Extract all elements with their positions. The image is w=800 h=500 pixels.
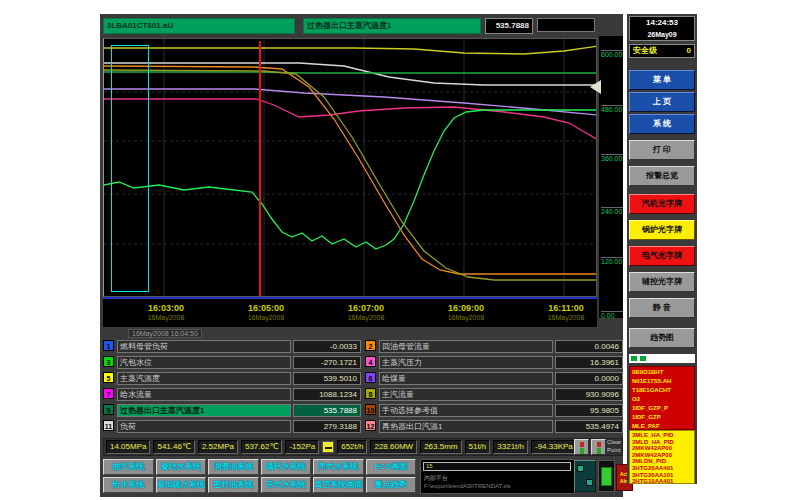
nav-row-1: 抽汽系统凝结水系统润滑油系统循环水系统闭式水系统ECS画面 — [103, 459, 418, 475]
sidebar-button-菜单[interactable]: 菜 单 — [629, 70, 695, 90]
trace-label: 过热器出口主蒸汽温度1 — [117, 404, 291, 417]
trace-row-12[interactable]: 12再热器出口汽温1535.4974 — [365, 420, 625, 433]
alarm-tag[interactable]: 0B9O1BHT — [632, 368, 692, 377]
trace-row-10[interactable]: 10手动选择参考值95.9805 — [365, 404, 625, 417]
trace-color-key: 4 — [365, 356, 376, 367]
trace-value: 16.3961 — [555, 356, 623, 369]
clear-point-label: ClearPoint — [607, 438, 621, 454]
time-tick: 16:07:00 — [331, 303, 401, 313]
nav-button-ECS画面[interactable]: ECS画面 — [366, 459, 417, 475]
trace-label: 给煤量 — [379, 372, 553, 385]
time-tick-date: 16May2008 — [231, 314, 301, 321]
alarm-tag[interactable]: 1IDF_GZP — [632, 413, 692, 422]
nav-button-润滑油系统[interactable]: 润滑油系统 — [208, 459, 259, 475]
alarm-tag[interactable]: O2 — [632, 395, 692, 404]
alarm-tag[interactable]: 3MLDN_PID — [632, 458, 692, 465]
alarm-tag[interactable]: 3MLD_HA_PID — [632, 439, 692, 446]
time-cursor-line[interactable] — [259, 41, 261, 296]
trace-row-9[interactable]: 9过热器出口主蒸汽温度1535.7888 — [103, 404, 363, 417]
sidebar-button-汽机光字牌[interactable]: 汽机光字牌 — [629, 194, 695, 214]
alarm-list-yellow[interactable]: 3MLE_HA_PID3MLD_HA_PID2MKW42AP002MKW42AP… — [629, 430, 695, 484]
trace-value: 535.4974 — [555, 420, 623, 433]
function-sidebar: 14:24:53 26May09 安全级0 菜 单上 页系 统打 印报警总览汽机… — [627, 14, 697, 484]
sidebar-button-系统[interactable]: 系 统 — [629, 114, 695, 134]
scale-label: 600.00 — [601, 50, 623, 58]
time-tick-date: 16May2008 — [331, 314, 401, 321]
scale-label: 240.00 — [601, 207, 623, 215]
trace-row-3[interactable]: 3汽包水位-270.1721 — [103, 356, 363, 369]
sidebar-button-报警总览[interactable]: 报警总览 — [629, 166, 695, 186]
nav-button-高加疏水系统[interactable]: 高加疏水系统 — [156, 477, 207, 493]
trace-color-key: 5 — [103, 372, 114, 383]
trend-plot-area[interactable] — [103, 38, 597, 297]
nav-button-真空系统画面[interactable]: 真空系统画面 — [313, 477, 364, 493]
nav-button-抽汽系统[interactable]: 抽汽系统 — [103, 459, 154, 475]
trace-row-7[interactable]: 7给水流量1088.1234 — [103, 388, 363, 401]
header-aux-box[interactable] — [537, 18, 595, 32]
trace-value: 279.3188 — [293, 420, 361, 433]
trace-value: 539.5010 — [293, 372, 361, 385]
alarm-tag[interactable]: 3MLE_HA_PID — [632, 432, 692, 439]
trace-value: 95.9805 — [555, 404, 623, 417]
alarm-tag[interactable]: 3HTG20AA401 — [632, 465, 692, 472]
trace-row-11[interactable]: 11负荷279.3188 — [103, 420, 363, 433]
time-tick-date: 16May2008 — [131, 314, 201, 321]
trace-row-6[interactable]: 6给煤量0.0000 — [365, 372, 625, 385]
trace-value: 535.7888 — [293, 404, 361, 417]
trace-title-field[interactable]: 过热器出口主蒸汽温度1 — [303, 18, 481, 34]
status-value: 541.46℃ — [153, 440, 194, 454]
trace-color-key: 8 — [365, 388, 376, 399]
nav-button-给水系统[interactable]: 给水系统 — [103, 477, 154, 493]
trace-row-5[interactable]: 5主蒸汽温度539.5010 — [103, 372, 363, 385]
trace-color-key: 6 — [365, 372, 376, 383]
time-tick: 16:09:00 — [431, 303, 501, 313]
scale-marker-icon[interactable] — [590, 80, 601, 94]
alarm-tag[interactable]: T18E1GACHT — [632, 386, 692, 395]
status-value: 652t/h — [337, 440, 367, 454]
screen-grid-icon[interactable] — [598, 460, 615, 492]
value-scale: 600.00480.00360.00240.00120.000.00 — [599, 36, 623, 318]
clock-date: 26May09 — [630, 29, 694, 41]
alarm-tag[interactable]: 3HTG10AA401 — [632, 478, 692, 484]
scale-label: 0.00 — [601, 311, 623, 319]
trace-row-4[interactable]: 4主蒸汽压力16.3961 — [365, 356, 625, 369]
status-value: 3321t/h — [493, 440, 528, 454]
nav-button-重点趋势[interactable]: 重点趋势 — [366, 477, 417, 493]
status-value: -152Pa — [285, 440, 319, 454]
alarm-tag[interactable]: 2MKW42AP00 — [632, 452, 692, 459]
sidebar-button-打印[interactable]: 打 印 — [629, 140, 695, 160]
trace-row-2[interactable]: 2回油母管流量0.0046 — [365, 340, 625, 353]
sidebar-button-趋势图[interactable]: 趋势图 — [629, 328, 695, 348]
nav-button-密封油系统[interactable]: 密封油系统 — [208, 477, 259, 493]
sidebar-button-上页[interactable]: 上 页 — [629, 92, 695, 112]
alarm-tag[interactable]: 3HTG20AA101 — [632, 472, 692, 479]
clock: 14:24:53 26May09 — [629, 16, 695, 41]
alarm-tag[interactable]: 1IDF_GZP_P — [632, 404, 692, 413]
alarm-tag[interactable]: N01E17S5.AH — [632, 377, 692, 386]
alarm-tag[interactable]: 2MKW42AP00 — [632, 445, 692, 452]
trace-tag-field[interactable]: 3LBA01CT601.aU — [103, 18, 295, 34]
time-tick: 16:03:00 — [131, 303, 201, 313]
alarm-tag[interactable]: MLE_PAF — [632, 422, 692, 430]
sidebar-button-辅控光字牌[interactable]: 辅控光字牌 — [629, 272, 695, 292]
trace-label: 主蒸汽压力 — [379, 356, 553, 369]
zoom-selection-box[interactable] — [111, 45, 149, 292]
pen-toggle-1[interactable] — [574, 439, 589, 455]
trace-label: 主汽流量 — [379, 388, 553, 401]
nav-button-循环水系统[interactable]: 循环水系统 — [261, 459, 312, 475]
trace-row-8[interactable]: 8主汽流量930.9096 — [365, 388, 625, 401]
pen-toggle-2[interactable] — [591, 439, 606, 455]
console-input[interactable]: 15 — [423, 462, 571, 471]
nav-button-开式水系统[interactable]: 开式水系统 — [261, 477, 312, 493]
trace-color-key: 2 — [365, 340, 376, 351]
sidebar-button-锅炉光字牌[interactable]: 锅炉光字牌 — [629, 220, 695, 240]
nav-button-凝结水系统[interactable]: 凝结水系统 — [156, 459, 207, 475]
nav-button-闭式水系统[interactable]: 闭式水系统 — [313, 459, 364, 475]
sidebar-button-电气光字牌[interactable]: 电气光字牌 — [629, 246, 695, 266]
network-icon[interactable] — [574, 460, 596, 492]
trace-row-1[interactable]: 1燃料母管负荷-0.0033 — [103, 340, 363, 353]
cursor-timestamp: 16May2008 16:04:50 — [128, 329, 202, 338]
trace-value: -270.1721 — [293, 356, 361, 369]
alarm-list-red[interactable]: 0B9O1BHTN01E17S5.AHT18E1GACHTO21IDF_GZP_… — [629, 366, 695, 430]
sidebar-button-静音[interactable]: 静 音 — [629, 298, 695, 318]
